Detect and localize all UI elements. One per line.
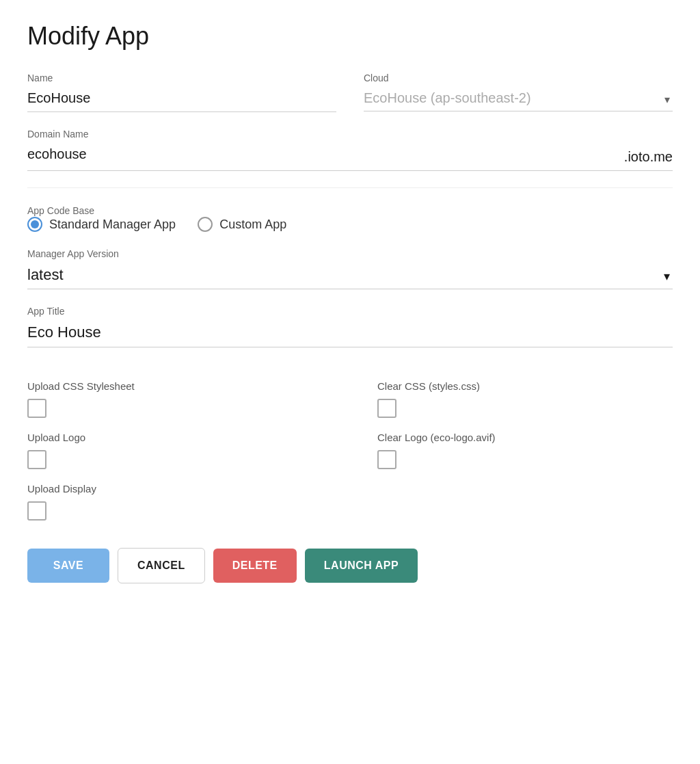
clear-logo-label: Clear Logo (eco-logo.avif) xyxy=(377,432,673,443)
radio-custom-label: Custom App xyxy=(219,218,286,232)
upload-css-group: Upload CSS Stylesheet xyxy=(27,380,323,418)
cancel-button[interactable]: CANCEL xyxy=(118,548,205,583)
radio-standard-label: Standard Manager App xyxy=(49,218,176,232)
clear-logo-checkbox[interactable] xyxy=(377,450,396,469)
name-input[interactable] xyxy=(27,88,336,112)
upload-logo-checkbox[interactable] xyxy=(27,450,46,469)
launch-app-button[interactable]: LAUNCH APP xyxy=(305,549,418,583)
domain-input[interactable] xyxy=(27,144,621,165)
radio-standard-circle xyxy=(27,217,42,232)
cloud-select[interactable]: EcoHouse (ap-southeast-2) xyxy=(364,88,673,111)
upload-display-checkbox[interactable] xyxy=(27,501,46,521)
domain-name-label: Domain Name xyxy=(27,129,673,140)
app-code-base-label: App Code Base xyxy=(27,205,94,216)
clear-logo-group: Clear Logo (eco-logo.avif) xyxy=(377,432,673,469)
upload-display-label: Upload Display xyxy=(27,483,96,495)
page-title: Modify App xyxy=(27,22,673,51)
radio-custom-option[interactable]: Custom App xyxy=(198,217,286,232)
app-title-input[interactable] xyxy=(27,321,673,347)
radio-standard-option[interactable]: Standard Manager App xyxy=(27,217,176,232)
cloud-label: Cloud xyxy=(364,73,673,83)
upload-display-group: Upload Display xyxy=(27,483,96,521)
manager-version-label: Manager App Version xyxy=(27,248,673,259)
action-buttons: SAVE CANCEL DELETE LAUNCH APP xyxy=(27,548,673,583)
clear-css-label: Clear CSS (styles.css) xyxy=(377,380,673,392)
save-button[interactable]: SAVE xyxy=(27,549,109,583)
upload-logo-label: Upload Logo xyxy=(27,432,323,443)
delete-button[interactable]: DELETE xyxy=(213,549,297,583)
clear-css-group: Clear CSS (styles.css) xyxy=(377,380,673,418)
upload-logo-group: Upload Logo xyxy=(27,432,323,469)
name-label: Name xyxy=(27,73,336,83)
manager-version-select[interactable]: latest xyxy=(27,263,673,289)
radio-custom-circle xyxy=(198,217,213,232)
clear-css-checkbox[interactable] xyxy=(377,399,396,418)
domain-suffix: .ioto.me xyxy=(624,149,673,165)
app-title-label: App Title xyxy=(27,306,673,317)
upload-css-label: Upload CSS Stylesheet xyxy=(27,380,323,392)
upload-css-checkbox[interactable] xyxy=(27,399,46,418)
app-code-base-radio-group: Standard Manager App Custom App xyxy=(27,217,673,232)
